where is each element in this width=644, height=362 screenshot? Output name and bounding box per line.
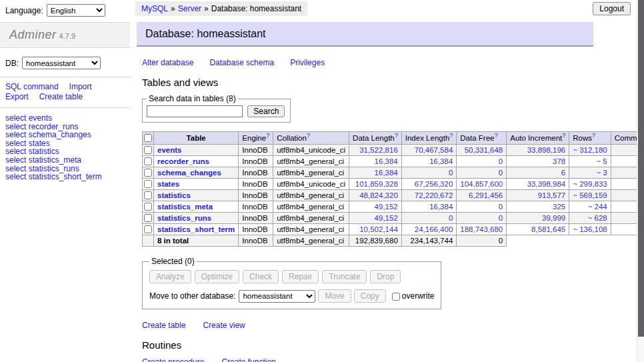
auto-increment-cell: 39,999 [507, 213, 569, 224]
rows-cell: ~ 628 [569, 213, 611, 224]
language-select[interactable]: English [47, 4, 105, 17]
data-length-cell: 10,502,144 [349, 224, 402, 235]
collation-cell: utf8mb4_general_ci [273, 201, 349, 213]
app-name: Adminer [9, 28, 57, 41]
sidebar-item-select-table[interactable]: select statistics_short_term [5, 173, 130, 181]
sidebar-item-select-table[interactable]: select events [5, 114, 130, 123]
column-help-link[interactable]: ? [449, 132, 453, 139]
index-length-cell: 70,467,584 [401, 145, 457, 156]
row-checkbox[interactable] [144, 169, 152, 177]
selected-buttons: AnalyzeOptimizeCheckRepairTruncateDrop [149, 270, 434, 283]
create-links: Create tableCreate view [142, 321, 644, 330]
rows-cell: ~ 136,108 [569, 224, 611, 235]
auto-increment-cell: 8,581,645 [507, 224, 569, 235]
logout-button[interactable]: Logout [593, 2, 631, 15]
column-help-link[interactable]: ? [592, 132, 595, 139]
column-help-link[interactable]: ? [494, 132, 497, 139]
row-checkbox[interactable] [144, 225, 152, 233]
sidebar-action-link[interactable]: Import [69, 82, 92, 91]
auto-increment-cell: 913,577 [507, 190, 569, 201]
total-label: 8 in total [154, 235, 239, 247]
column-header: Table [154, 132, 239, 145]
table-name-link[interactable]: schema_changes [157, 169, 221, 177]
table-row: statistics_short_termInnoDButf8mb4_gener… [143, 224, 644, 235]
breadcrumb-link[interactable]: MySQL [141, 4, 168, 13]
language-row: Language:English [0, 0, 130, 18]
row-checkbox[interactable] [144, 214, 152, 222]
row-checkbox[interactable] [144, 180, 152, 188]
table-name-link[interactable]: statistics_short_term [157, 225, 235, 233]
collation-cell: utf8mb4_general_ci [273, 213, 349, 224]
routine-link[interactable]: Create function [221, 357, 275, 362]
collation-cell: utf8mb4_general_ci [273, 190, 349, 201]
select-all-checkbox[interactable] [144, 134, 152, 142]
db-action-link[interactable]: Database schema [209, 58, 274, 67]
data-free-cell: 0 [457, 213, 507, 224]
table-row: schema_changesInnoDButf8mb4_general_ci16… [143, 167, 644, 179]
language-label: Language: [5, 6, 43, 15]
scrollbar-thumb[interactable] [638, 0, 644, 337]
data-length-cell: 16,384 [349, 156, 402, 167]
engine-cell: InnoDB [239, 201, 273, 213]
table-name-link[interactable]: statistics [157, 191, 191, 199]
scrollbar[interactable] [637, 0, 644, 362]
move-db-select[interactable]: homeassistant [239, 290, 315, 303]
move-label: Move to other database: [149, 291, 235, 301]
engine-cell: InnoDB [239, 190, 273, 201]
drop-button: Drop [370, 270, 401, 283]
collation-cell: utf8mb4_unicode_ci [273, 145, 349, 156]
sidebar-action-link[interactable]: Export [5, 92, 29, 101]
create-link[interactable]: Create view [203, 321, 245, 330]
row-checkbox[interactable] [144, 146, 152, 154]
tables-heading: Tables and views [142, 77, 644, 88]
sidebar-item-select-table[interactable]: select schema_changes [5, 131, 130, 139]
db-actions: Alter databaseDatabase schemaPrivileges [142, 58, 644, 67]
selected-legend: Selected (0) [149, 257, 197, 266]
sidebar: Language:English Adminer4.7.9 DB:homeass… [0, 0, 130, 181]
table-name-link[interactable]: events [157, 146, 181, 154]
create-link[interactable]: Create table [142, 321, 185, 330]
column-help-link[interactable]: ? [395, 132, 398, 139]
truncate-button: Truncate [322, 270, 367, 283]
sidebar-actions: SQL commandImportExportCreate table [0, 77, 130, 108]
column-help-link[interactable]: ? [266, 132, 269, 139]
db-select[interactable]: homeassistant [22, 57, 101, 69]
db-action-link[interactable]: Alter database [142, 58, 193, 67]
index-length-cell: 16,384 [401, 156, 457, 167]
auto-increment-cell: 6 [507, 167, 569, 179]
search-input[interactable] [147, 105, 243, 117]
table-name-link[interactable]: recorder_runs [157, 157, 209, 165]
table-row: recorder_runsInnoDButf8mb4_general_ci16,… [143, 156, 644, 167]
breadcrumb-separator: » [204, 4, 209, 13]
column-header: Collation? [273, 132, 349, 145]
engine-cell: InnoDB [239, 156, 273, 167]
table-name-link[interactable]: statistics_meta [157, 203, 213, 211]
rows-cell: ~ 312,180 [569, 145, 611, 156]
sidebar-item-select-table[interactable]: select statistics_meta [5, 156, 130, 165]
row-checkbox[interactable] [144, 157, 152, 165]
row-checkbox[interactable] [144, 203, 152, 211]
app-logo: Adminer4.7.9 [0, 22, 130, 48]
breadcrumb-current: Database: homeassistant [211, 4, 301, 13]
column-help-link[interactable]: ? [307, 132, 310, 139]
move-row: Move to other database:homeassistantMove… [149, 289, 434, 303]
rows-cell: ~ 244 [569, 201, 611, 213]
row-checkbox[interactable] [144, 191, 152, 199]
selected-fieldset: Selected (0) AnalyzeOptimizeCheckRepairT… [142, 257, 441, 309]
overwrite-checkbox[interactable] [392, 293, 400, 301]
table-name-link[interactable]: states [157, 180, 179, 188]
data-length-cell: 49,152 [349, 201, 402, 213]
routines-heading: Routines [142, 339, 644, 351]
routine-link[interactable]: Create procedure [142, 357, 204, 362]
breadcrumb-link[interactable]: Server [178, 4, 201, 13]
db-action-link[interactable]: Privileges [290, 58, 325, 67]
data-free-cell: 0 [457, 201, 507, 213]
data-free-cell: 188,743,680 [457, 224, 507, 235]
table-name-link[interactable]: statistics_runs [157, 214, 211, 222]
repair-button: Repair [282, 270, 319, 283]
column-help-link[interactable]: ? [562, 132, 565, 139]
search-button[interactable]: Search [247, 105, 285, 117]
index-length-cell: 16,384 [401, 201, 457, 213]
sidebar-action-link[interactable]: SQL command [5, 82, 59, 91]
sidebar-action-link[interactable]: Create table [39, 92, 83, 101]
